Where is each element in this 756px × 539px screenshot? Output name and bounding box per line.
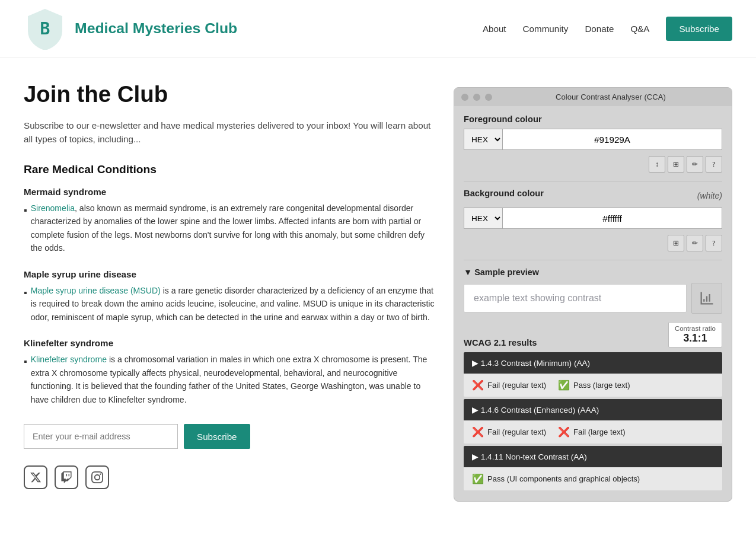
accordion-content-1-4-6: ❌ Fail (regular text) ❌ Fail (large text…: [464, 420, 722, 444]
divider-2: [464, 260, 722, 260]
fail-icon-3: ❌: [558, 426, 570, 438]
foreground-input-row: HEX: [464, 129, 722, 150]
fail-icon-2: ❌: [472, 426, 484, 438]
result-1-4-6-regular: ❌ Fail (regular text): [472, 426, 546, 438]
mermaid-desc: , also known as mermaid syndrome, is an …: [31, 203, 425, 253]
background-label: Background colour: [464, 189, 544, 198]
contrast-ratio-box: Contrast ratio 3.1:1: [668, 322, 722, 347]
condition-text-klinefelter: Klinefelter syndrome is a chromosomal va…: [31, 353, 436, 406]
subscribe-form: Subscribe: [24, 424, 436, 449]
wcag-section: WCAG 2.1 results Contrast ratio 3.1:1 ▶ …: [464, 322, 722, 490]
accordion-header-1-4-3[interactable]: ▶ 1.4.3 Contrast (Minimum) (AA): [464, 352, 722, 374]
pass-icon-2: ✅: [472, 473, 484, 484]
result-1-4-3-regular: ❌ Fail (regular text): [472, 379, 546, 391]
condition-text-mermaid: Sirenomelia, also known as mermaid syndr…: [31, 202, 436, 255]
wcag-accordion: ▶ 1.4.3 Contrast (Minimum) (AA) ❌ Fail (…: [464, 352, 722, 490]
result-label-1-4-3-regular: Fail (regular text): [487, 381, 546, 390]
result-1-4-3-large: ✅ Pass (large text): [558, 379, 630, 391]
email-input[interactable]: [24, 424, 178, 449]
wcag-title: WCAG 2.1 results: [464, 338, 537, 347]
intro-text: Subscribe to our e-newsletter and have m…: [24, 119, 436, 146]
msud-link[interactable]: Maple syrup urine disease (MSUD): [31, 286, 161, 295]
condition-name-klinefelter: Klinefelter syndrome: [24, 338, 436, 348]
pass-icon-1: ✅: [558, 379, 570, 391]
accordion-item-1-4-3: ▶ 1.4.3 Contrast (Minimum) (AA) ❌ Fail (…: [464, 352, 722, 397]
sliders-icon[interactable]: ⊞: [668, 156, 684, 173]
accordion-content-1-4-3: ❌ Fail (regular text) ✅ Pass (large text…: [464, 374, 722, 397]
cca-panel: Colour Contrast Analyser (CCA) Foregroun…: [454, 87, 732, 502]
sample-text-box: example text showing contrast: [464, 284, 687, 312]
sirenomelia-link[interactable]: Sirenomelia: [31, 203, 75, 213]
sample-preview-section: ▼ Sample preview example text showing co…: [464, 267, 722, 314]
divider-1: [464, 181, 722, 181]
result-label-1-4-6-regular: Fail (regular text): [487, 428, 546, 436]
twitter-icon[interactable]: [24, 465, 47, 489]
background-value-input[interactable]: [503, 208, 722, 229]
condition-mermaid: Mermaid syndrome ▪ Sirenomelia, also kno…: [24, 187, 436, 255]
background-note: (white): [697, 191, 722, 200]
nav-community[interactable]: Community: [523, 24, 569, 34]
nav-qa[interactable]: Q&A: [630, 24, 649, 34]
cca-title: Colour Contrast Analyser (CCA): [497, 93, 725, 101]
titlebar-dot-1: [461, 94, 468, 101]
condition-klinefelter: Klinefelter syndrome ▪ Klinefelter syndr…: [24, 338, 436, 406]
logo-icon: B: [24, 7, 66, 50]
bg-sliders-icon[interactable]: ⊞: [668, 235, 684, 251]
nav-about[interactable]: About: [483, 24, 506, 34]
foreground-value-input[interactable]: [503, 129, 722, 150]
cca-body: Foreground colour HEX ↕ ⊞ ✏ ? Background…: [454, 106, 732, 501]
condition-entry-msud: ▪ Maple syrup urine disease (MSUD) is a …: [24, 284, 436, 324]
page-title: Join the Club: [24, 81, 436, 107]
result-1-4-11-ui: ✅ Pass (UI components and graphical obje…: [472, 473, 640, 484]
result-1-4-6-large: ❌ Fail (large text): [558, 426, 625, 438]
twitch-icon[interactable]: [55, 465, 78, 489]
eyedropper-icon[interactable]: ✏: [687, 156, 703, 173]
titlebar-dot-3: [485, 94, 492, 101]
accordion-item-1-4-6: ▶ 1.4.6 Contrast (Enhanced) (AAA) ❌ Fail…: [464, 399, 722, 444]
condition-entry-mermaid: ▪ Sirenomelia, also known as mermaid syn…: [24, 202, 436, 255]
svg-text:B: B: [40, 19, 50, 39]
social-icons: [24, 465, 436, 489]
foreground-label: Foreground colour: [464, 114, 722, 124]
main-nav: About Community Donate Q&A Subscribe: [483, 17, 732, 41]
result-label-1-4-3-large: Pass (large text): [573, 381, 630, 390]
accordion-header-1-4-11[interactable]: ▶ 1.4.11 Non-text Contrast (AA): [464, 446, 722, 467]
bullet-mermaid: ▪: [24, 203, 27, 218]
logo-area: B Medical Mysteries Club: [24, 7, 237, 50]
condition-msud: Maple syrup urine disease ▪ Maple syrup …: [24, 269, 436, 324]
instagram-icon[interactable]: [85, 465, 109, 489]
background-format-select[interactable]: HEX: [464, 208, 503, 229]
nav-donate[interactable]: Donate: [585, 24, 614, 34]
condition-entry-klinefelter: ▪ Klinefelter syndrome is a chromosomal …: [24, 353, 436, 406]
main-container: Join the Club Subscribe to our e-newslet…: [0, 58, 756, 525]
accordion-content-1-4-11: ✅ Pass (UI components and graphical obje…: [464, 467, 722, 490]
section-heading: Rare Medical Conditions: [24, 163, 436, 176]
form-subscribe-button[interactable]: Subscribe: [184, 424, 250, 449]
result-label-1-4-11-ui: Pass (UI components and graphical object…: [487, 474, 640, 483]
sample-preview-row: example text showing contrast: [464, 283, 722, 314]
content-area: Join the Club Subscribe to our e-newslet…: [24, 81, 436, 502]
bullet-klinefelter: ▪: [24, 354, 27, 369]
fail-icon-1: ❌: [472, 379, 484, 391]
foreground-format-select[interactable]: HEX: [464, 129, 503, 150]
bullet-msud: ▪: [24, 285, 27, 301]
swap-icon[interactable]: ↕: [649, 156, 665, 173]
help-icon[interactable]: ?: [706, 156, 722, 173]
sample-chart-icon[interactable]: [691, 283, 722, 314]
cca-titlebar: Colour Contrast Analyser (CCA): [454, 88, 732, 106]
klinefelter-link[interactable]: Klinefelter syndrome: [31, 355, 107, 364]
background-label-row: Background colour (white): [464, 189, 722, 203]
contrast-ratio-value: 3.1:1: [675, 332, 716, 345]
background-input-row: HEX: [464, 208, 722, 229]
header-subscribe-button[interactable]: Subscribe: [666, 17, 732, 41]
foreground-actions: ↕ ⊞ ✏ ?: [464, 156, 722, 173]
condition-text-msud: Maple syrup urine disease (MSUD) is a ra…: [31, 284, 436, 324]
condition-name-mermaid: Mermaid syndrome: [24, 187, 436, 197]
titlebar-dot-2: [473, 94, 480, 101]
bg-eyedropper-icon[interactable]: ✏: [687, 235, 703, 251]
condition-name-msud: Maple syrup urine disease: [24, 269, 436, 279]
accordion-header-1-4-6[interactable]: ▶ 1.4.6 Contrast (Enhanced) (AAA): [464, 399, 722, 420]
bg-help-icon[interactable]: ?: [706, 235, 722, 251]
wcag-header-row: WCAG 2.1 results Contrast ratio 3.1:1: [464, 322, 722, 347]
sample-preview-header: ▼ Sample preview: [464, 267, 722, 277]
